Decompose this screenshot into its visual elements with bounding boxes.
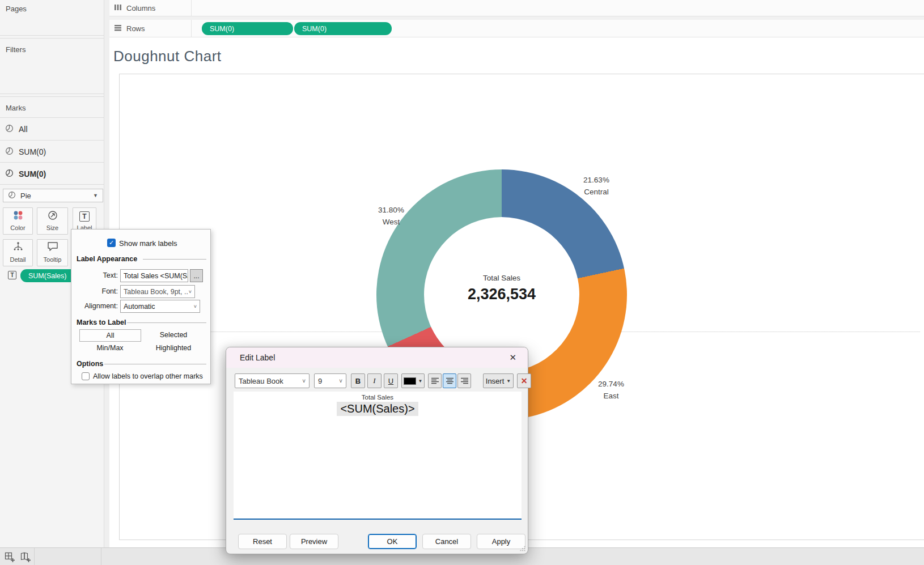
divider (0, 35, 104, 36)
divider (0, 94, 104, 94)
chevron-down-icon: ▼ (506, 379, 511, 384)
marks-card-label: Marks (6, 104, 26, 112)
chevron-down-icon: ˅ (189, 289, 192, 295)
label-appearance-heading: Label Appearance (77, 255, 137, 263)
font-color-button[interactable]: ▼ (401, 373, 425, 388)
resize-grip[interactable] (520, 546, 525, 551)
marks-row-label: All (19, 125, 28, 134)
sum-sales-pill[interactable]: SUM(Sales) (20, 269, 77, 282)
slice-label-central: 21.63% Central (565, 174, 628, 198)
marks-to-label-minmax[interactable]: Min/Max (84, 344, 135, 352)
label-text-input[interactable]: Total Sales <SUM(Sā (120, 269, 188, 282)
apply-button[interactable]: Apply (477, 534, 525, 549)
marks-row-all[interactable]: All (0, 118, 104, 141)
insert-dropdown[interactable]: Insert ▼ (483, 373, 514, 388)
tooltip-icon (46, 241, 59, 256)
divider (0, 96, 104, 97)
center-label-value: 2,326,534 (468, 286, 536, 303)
color-dots-icon (12, 210, 24, 224)
mark-type-value: Pie (20, 192, 31, 200)
detail-button-label: Detail (10, 256, 26, 263)
options-heading: Options (77, 360, 103, 368)
close-icon[interactable]: ✕ (506, 351, 520, 364)
section-rule (143, 259, 206, 260)
tooltip-button[interactable]: Tooltip (37, 239, 68, 266)
show-mark-labels-label: Show mark labels (119, 239, 177, 248)
edit-label-ellipsis-button[interactable]: ... (190, 269, 203, 282)
marks-to-label-highlighted[interactable]: Highlighted (148, 344, 199, 352)
preview-button[interactable]: Preview (290, 534, 338, 549)
underline-button[interactable]: U (384, 373, 398, 388)
overlap-checkbox[interactable] (82, 372, 90, 380)
align-left-button[interactable] (428, 373, 442, 388)
bold-button[interactable]: B (351, 373, 365, 388)
label-content-editor[interactable]: Total Sales <SUM(Sales)> (234, 392, 522, 520)
slice-pct: 31.80% (360, 204, 422, 216)
size-button[interactable]: Size (37, 207, 68, 235)
overlap-label: Allow labels to overlap other marks (93, 372, 203, 380)
font-size-dropdown[interactable]: 9 ˅ (314, 373, 346, 388)
slice-category: Central (565, 186, 628, 198)
columns-shelf-label: Columns (126, 4, 155, 12)
rows-pill-sum0-1[interactable]: SUM(0) (202, 22, 293, 35)
color-button-label: Color (10, 224, 25, 231)
font-family-dropdown[interactable]: Tableau Book ˅ (235, 373, 310, 388)
detail-button[interactable]: Detail (3, 239, 33, 266)
marks-to-label-selected[interactable]: Selected (148, 331, 199, 339)
clear-formatting-button[interactable]: ✕ (517, 373, 531, 388)
alignment-field-label: Alignment: (73, 302, 118, 310)
slice-category: West (360, 216, 422, 228)
rows-shelf-label: Rows (126, 24, 145, 33)
chevron-down-icon: ▼ (418, 379, 423, 384)
align-right-button[interactable] (457, 373, 471, 388)
rows-shelf[interactable]: Rows SUM(0) SUM(0) (109, 20, 924, 37)
editor-line-field-token[interactable]: <SUM(Sales)> (337, 402, 418, 416)
align-center-icon (446, 377, 453, 384)
marks-row-sum0-1[interactable]: SUM(0) (0, 141, 104, 163)
show-mark-labels-checkbox[interactable]: ✓ (107, 239, 116, 247)
new-worksheet-icon[interactable] (5, 552, 15, 565)
ok-button[interactable]: OK (368, 534, 417, 549)
marks-to-label-all[interactable]: All (79, 329, 141, 342)
mark-type-dropdown[interactable]: Pie ▼ (3, 189, 103, 202)
red-x-icon: ✕ (521, 376, 528, 385)
tooltip-button-label: Tooltip (44, 256, 62, 263)
filters-shelf-label: Filters (6, 45, 26, 54)
rows-icon (114, 24, 122, 33)
rows-shelf-label-cell: Rows (109, 20, 192, 37)
text-label-icon: T (8, 271, 16, 279)
editor-line-static: Total Sales (234, 394, 522, 401)
chevron-down-icon: ˅ (302, 378, 306, 384)
new-dashboard-icon[interactable] (20, 552, 31, 565)
align-right-icon (461, 377, 468, 384)
italic-button[interactable]: I (367, 373, 382, 388)
reset-button[interactable]: Reset (238, 534, 287, 549)
font-dropdown[interactable]: Tableau Book, 9pt, .. ˅ (120, 285, 195, 298)
chevron-down-icon[interactable]: ▼ (93, 193, 98, 198)
font-size-value: 9 (318, 377, 322, 385)
pie-mark-icon (5, 169, 14, 179)
divider (0, 38, 104, 39)
columns-shelf-label-cell: Columns (109, 0, 192, 16)
dialog-titlebar[interactable]: Edit Label ✕ (226, 347, 528, 368)
rows-pill-sum0-2[interactable]: SUM(0) (294, 22, 392, 35)
dialog-toolbar: Tableau Book ˅ 9 ˅ B I U ▼ (235, 373, 522, 388)
color-button[interactable]: Color (3, 207, 33, 235)
align-center-button[interactable] (443, 373, 456, 388)
font-dropdown-value: Tableau Book, 9pt, .. (124, 288, 188, 296)
slice-pct: 21.63% (565, 174, 628, 186)
pie-mark-icon (8, 191, 16, 201)
statusbar-divider (101, 548, 101, 565)
cancel-button[interactable]: Cancel (422, 534, 471, 549)
text-label-icon: T (79, 211, 90, 222)
alignment-dropdown[interactable]: Automatic ˅ (120, 300, 200, 313)
center-label-title: Total Sales (483, 274, 520, 282)
slice-pct: 29.74% (580, 378, 642, 390)
columns-shelf[interactable]: Columns (109, 0, 924, 16)
label-popup: ✓ Show mark labels Label Appearance Text… (71, 229, 211, 384)
color-swatch (404, 377, 416, 385)
worksheet-title[interactable]: Doughnut Chart (113, 48, 222, 65)
slice-category: East (580, 390, 642, 402)
text-field-label: Text: (73, 271, 118, 279)
marks-row-sum0-2-selected[interactable]: SUM(0) (0, 163, 104, 185)
